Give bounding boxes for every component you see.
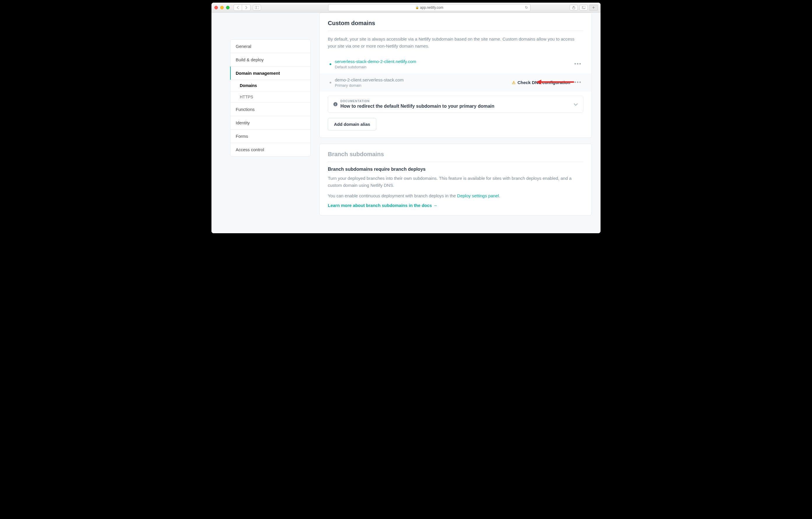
window-close-button[interactable]: [214, 6, 218, 9]
panel-description: By default, your site is always accessib…: [328, 36, 583, 50]
domain-link[interactable]: demo-2-client.serverless-stack.com: [335, 77, 512, 82]
domain-sublabel: Primary domain: [335, 83, 512, 88]
domain-row-default: serverless-stack-demo-2-client.netlify.c…: [328, 55, 583, 73]
branch-text-1: Turn your deployed branches into their o…: [328, 175, 583, 189]
titlebar: 🔒 app.netlify.com ↻ +: [211, 3, 601, 12]
warning-icon: ⚠: [512, 80, 516, 85]
more-options-button[interactable]: •••: [574, 79, 582, 85]
chevron-down-icon: [574, 102, 578, 107]
sidebar-item-forms[interactable]: Forms: [230, 130, 310, 143]
branch-text-2: You can enable continuous deployment wit…: [328, 192, 583, 199]
sidebar-sub-https[interactable]: HTTPS: [230, 91, 310, 103]
svg-rect-0: [255, 6, 259, 9]
share-button[interactable]: [570, 5, 578, 10]
window-minimize-button[interactable]: [220, 6, 224, 9]
sidebar-item-general[interactable]: General: [230, 40, 310, 53]
domain-link[interactable]: serverless-stack-demo-2-client.netlify.c…: [335, 59, 574, 64]
learn-more-link[interactable]: Learn more about branch subdomains in th…: [328, 203, 437, 208]
more-options-button[interactable]: •••: [574, 61, 582, 67]
domain-row-primary: demo-2-client.serverless-stack.com Prima…: [320, 73, 591, 92]
panel-title: Branch subdomains: [328, 151, 583, 162]
add-domain-alias-button[interactable]: Add domain alias: [328, 118, 376, 131]
bullet-icon: [329, 82, 331, 83]
doc-title: How to redirect the default Netlify subd…: [340, 104, 494, 109]
documentation-box[interactable]: i DOCUMENTATION How to redirect the defa…: [328, 96, 583, 113]
sidebar-item-domain-management[interactable]: Domain management: [230, 66, 310, 80]
sidebar-item-access-control[interactable]: Access control: [230, 143, 310, 156]
svg-rect-4: [583, 6, 585, 8]
panel-title: Custom domains: [328, 20, 583, 31]
back-button[interactable]: [234, 5, 242, 10]
info-icon: i: [334, 102, 338, 106]
new-tab-button[interactable]: +: [589, 5, 598, 10]
sidebar-item-build-deploy[interactable]: Build & deploy: [230, 53, 310, 66]
domain-sublabel: Default subdomain: [335, 65, 574, 69]
sidebar-item-functions[interactable]: Functions: [230, 103, 310, 116]
reload-icon[interactable]: ↻: [525, 5, 528, 10]
browser-window: 🔒 app.netlify.com ↻ + General Build & de…: [211, 3, 601, 233]
url-text: app.netlify.com: [420, 5, 443, 10]
svg-marker-6: [536, 80, 541, 84]
doc-label: DOCUMENTATION: [340, 100, 494, 103]
lock-icon: 🔒: [415, 6, 419, 9]
address-bar[interactable]: 🔒 app.netlify.com ↻: [328, 4, 530, 11]
custom-domains-panel: Custom domains By default, your site is …: [319, 12, 592, 138]
bullet-icon: [329, 63, 331, 65]
arrow-right-icon: →: [433, 203, 437, 208]
branch-subdomains-panel: Branch subdomains Branch subdomains requ…: [319, 144, 592, 215]
branch-subtitle: Branch subdomains require branch deploys: [328, 167, 583, 172]
sidebar-sub-domains[interactable]: Domains: [230, 80, 310, 91]
tabs-button[interactable]: [580, 5, 588, 10]
annotation-arrow: [536, 79, 574, 86]
deploy-settings-link[interactable]: Deploy settings panel: [457, 193, 499, 198]
sidebar-item-identity[interactable]: Identity: [230, 116, 310, 130]
settings-sidebar: General Build & deploy Domain management…: [230, 12, 311, 233]
window-maximize-button[interactable]: [226, 6, 230, 9]
forward-button[interactable]: [242, 5, 250, 10]
sidebar-toggle-button[interactable]: [253, 5, 261, 10]
